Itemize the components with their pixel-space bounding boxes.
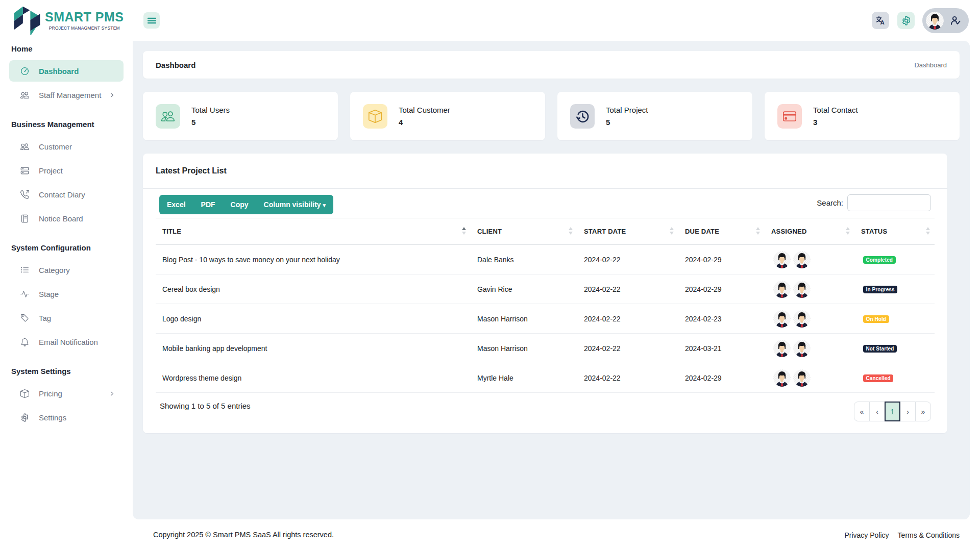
svg-text:A: A bbox=[880, 19, 885, 26]
